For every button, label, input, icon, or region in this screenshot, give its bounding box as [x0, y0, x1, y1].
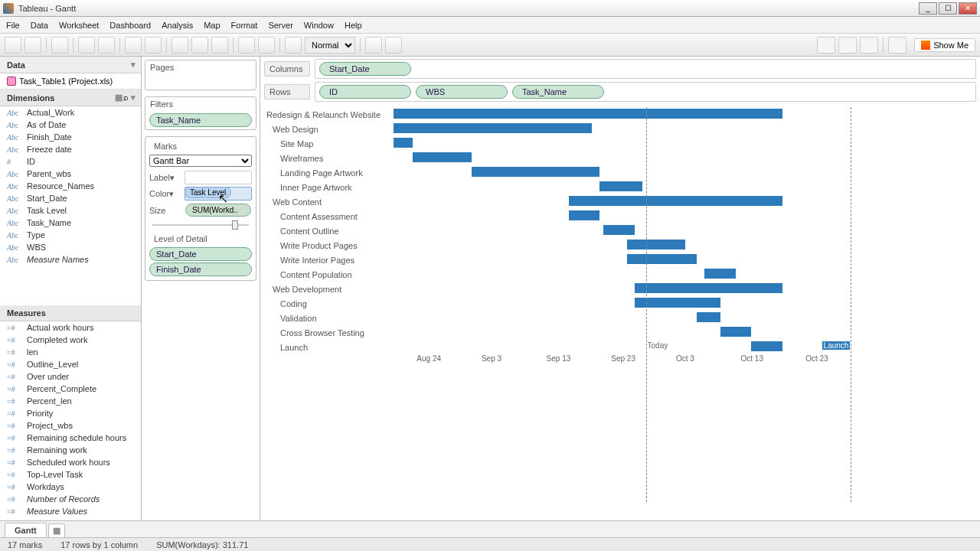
filter-pill-taskname[interactable]: Task_Name [149, 113, 252, 127]
field-priority[interactable]: =#Priority [0, 407, 141, 419]
size-shelf-label[interactable]: Size [149, 206, 181, 215]
gantt-bar[interactable] [697, 312, 720, 322]
close-button[interactable]: ✕ [959, 2, 977, 15]
menu-file[interactable]: File [6, 21, 20, 30]
field-as-of-date[interactable]: AbcAs of Date [0, 119, 141, 131]
rows-pill-wbs[interactable]: WBS [416, 85, 508, 99]
field-project-wbs[interactable]: =#Project_wbs [0, 419, 141, 432]
card-button-1[interactable] [817, 37, 835, 54]
lod-pill-startdate[interactable]: Start_Date [149, 247, 252, 261]
filters-shelf[interactable]: Filters Task_Name [145, 96, 256, 130]
field-measure-names[interactable]: AbcMeasure Names [0, 253, 141, 266]
gantt-bar[interactable] [394, 109, 782, 119]
gantt-bar[interactable] [472, 167, 600, 177]
back-button[interactable] [5, 37, 21, 54]
menu-dashboard[interactable]: Dashboard [109, 21, 151, 30]
field-task-level[interactable]: AbcTask Level [0, 204, 141, 217]
columns-shelf[interactable]: Start_Date [315, 59, 976, 79]
field-outline-level[interactable]: =#Outline_Level [0, 358, 141, 370]
color-shelf-label[interactable]: Color▾ [149, 189, 181, 199]
gantt-bar[interactable] [720, 327, 752, 337]
field-percent-complete[interactable]: =#Percent_Complete [0, 383, 141, 395]
home-button[interactable] [888, 37, 906, 54]
mark-type-select[interactable]: Gantt Bar [149, 155, 252, 167]
menu-window[interactable]: Window [304, 21, 334, 30]
menu-server[interactable]: Server [268, 21, 292, 30]
menu-worksheet[interactable]: Worksheet [59, 21, 99, 30]
field-id[interactable]: #ID [0, 155, 141, 168]
gantt-bar[interactable] [635, 298, 720, 308]
field-percent-len[interactable]: =#Percent_len [0, 395, 141, 407]
drag-pill-tasklevel[interactable]: Task Level [185, 187, 231, 198]
view-icon[interactable]: ▦ [115, 93, 121, 102]
datasource[interactable]: Task_Table1 (Project.xls) [0, 73, 141, 90]
highlight-button[interactable] [385, 37, 402, 54]
rows-shelf[interactable]: ID WBS Task_Name [315, 82, 976, 102]
columns-pill-startdate[interactable]: Start_Date [319, 62, 411, 76]
field-actual-work[interactable]: AbcActual_Work [0, 106, 141, 119]
label-shelf-label[interactable]: Label▾ [149, 173, 181, 183]
card-button-2[interactable] [838, 37, 857, 54]
search-icon[interactable]: ⌕ [123, 93, 129, 102]
connect-button[interactable] [78, 37, 95, 54]
card-button-3[interactable] [860, 37, 878, 54]
gantt-bar[interactable] [751, 341, 782, 351]
lod-pill-finishdate[interactable]: Finish_Date [149, 262, 252, 276]
gantt-bar[interactable] [394, 123, 592, 133]
presentation-button[interactable] [285, 37, 302, 54]
menu-analysis[interactable]: Analysis [162, 21, 193, 30]
showme-button[interactable]: Show Me [914, 38, 975, 52]
label-shelf[interactable] [185, 171, 252, 184]
menu-map[interactable]: Map [204, 21, 220, 30]
size-slider[interactable] [152, 220, 249, 230]
field-top-level-task[interactable]: =#Top-Level Task [0, 468, 141, 481]
sheet-tab-gantt[interactable]: Gantt [5, 523, 47, 537]
field-len[interactable]: =#len [0, 346, 141, 358]
field-finish-date[interactable]: AbcFinish_Date [0, 131, 141, 143]
worksheet-button[interactable] [125, 37, 142, 54]
menu-format[interactable]: Format [231, 21, 258, 30]
field-freeze-date[interactable]: AbcFreeze date [0, 143, 141, 155]
menu-data[interactable]: Data [31, 21, 48, 30]
maximize-button[interactable]: ☐ [939, 2, 957, 15]
field-wbs[interactable]: AbcWBS [0, 241, 141, 253]
field-number-of-records[interactable]: =#Number of Records [0, 493, 141, 505]
field-workdays[interactable]: =#Workdays [0, 481, 141, 493]
color-shelf[interactable]: Task Level [185, 187, 252, 201]
sort-asc-button[interactable] [191, 37, 208, 54]
rows-pill-taskname[interactable]: Task_Name [512, 85, 604, 99]
field-task-name[interactable]: AbcTask_Name [0, 217, 141, 229]
save-button[interactable] [51, 37, 68, 54]
gantt-bar[interactable] [704, 269, 736, 279]
menu-help[interactable]: Help [345, 21, 362, 30]
size-pill[interactable]: SUM(Workd.. [185, 204, 251, 217]
field-measure-values[interactable]: =#Measure Values [0, 505, 141, 517]
gantt-bar[interactable] [627, 240, 685, 249]
field-type[interactable]: AbcType [0, 229, 141, 241]
field-completed-work[interactable]: =#Completed work [0, 334, 141, 346]
field-remaining-schedule-hours[interactable]: =#Remaining schedule hours [0, 432, 141, 444]
field-start-date[interactable]: AbcStart_Date [0, 192, 141, 204]
fit-select[interactable]: Normal [305, 37, 355, 54]
pages-shelf[interactable]: Pages [145, 60, 256, 90]
gantt-bar[interactable] [599, 181, 642, 191]
gantt-bar[interactable] [569, 210, 600, 220]
field-over-under[interactable]: =#Over under [0, 370, 141, 383]
gantt-bar[interactable] [569, 196, 782, 206]
gantt-bar[interactable] [635, 283, 782, 293]
gantt-bar[interactable] [394, 138, 413, 148]
pin-button[interactable] [365, 37, 382, 54]
field-scheduled-work-hours[interactable]: =#Scheduled work hours [0, 456, 141, 468]
field-parent-wbs[interactable]: AbcParent_wbs [0, 168, 141, 180]
swap-button[interactable] [172, 37, 188, 54]
forward-button[interactable] [24, 37, 41, 54]
gantt-bar[interactable] [603, 225, 635, 235]
field-actual-work-hours[interactable]: =#Actual work hours [0, 321, 141, 334]
field-resource-names[interactable]: AbcResource_Names [0, 180, 141, 192]
rows-pill-id[interactable]: ID [319, 85, 411, 99]
gantt-bar[interactable] [627, 254, 697, 264]
refresh-button[interactable] [98, 37, 115, 54]
labels-button[interactable] [258, 37, 275, 54]
field-remaining-work[interactable]: =#Remaining work [0, 444, 141, 456]
gantt-bar[interactable] [413, 152, 471, 162]
